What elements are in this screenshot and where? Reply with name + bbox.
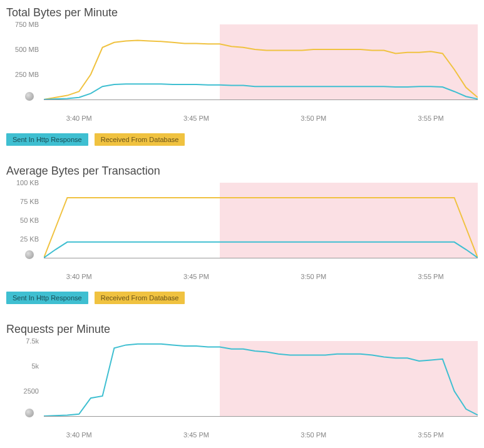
legend-item[interactable]: Received From Database: [95, 133, 185, 146]
y-tick: 500 MB: [15, 46, 39, 53]
plot-area[interactable]: [44, 341, 478, 417]
series-line: [44, 344, 478, 416]
plot-area-wrapper: [44, 24, 478, 112]
series-line: [44, 84, 478, 99]
chart-container: 750 MB500 MB250 MB: [6, 24, 478, 112]
x-tick: 3:40 PM: [66, 115, 92, 122]
x-tick: 3:40 PM: [66, 431, 92, 439]
chart-title: Requests per Minute: [6, 323, 478, 336]
x-tick: 3:45 PM: [183, 115, 209, 122]
chart-container: 100 KB75 KB50 KB25 KB: [6, 183, 478, 270]
y-tick: 75 KB: [20, 198, 39, 205]
chart-section-0: Total Bytes per Minute750 MB500 MB250 MB…: [6, 6, 478, 146]
legend-item[interactable]: Sent In Http Response: [6, 292, 88, 304]
y-tick: 250 MB: [15, 71, 39, 78]
plot-area[interactable]: [44, 24, 478, 100]
chart-container: 7.5k5k2500: [6, 341, 478, 429]
chart-lines: [44, 341, 478, 416]
y-tick: 7.5k: [26, 337, 39, 345]
x-tick: 3:45 PM: [183, 273, 209, 280]
origin-marker-icon: [25, 92, 34, 101]
y-tick: 100 KB: [16, 179, 39, 186]
x-tick: 3:50 PM: [301, 273, 326, 280]
chart-lines: [44, 183, 478, 258]
y-tick: 50 KB: [20, 216, 39, 224]
x-tick: 3:55 PM: [418, 431, 444, 439]
x-axis: 3:40 PM3:45 PM3:50 PM3:55 PM: [44, 429, 478, 441]
chart-title: Total Bytes per Minute: [6, 6, 478, 19]
x-tick: 3:55 PM: [418, 273, 444, 280]
y-axis: 100 KB75 KB50 KB25 KB: [6, 183, 44, 258]
origin-marker-icon: [25, 250, 34, 259]
legend: Sent In Http ResponseReceived From Datab…: [6, 133, 478, 146]
plot-area-wrapper: [44, 341, 478, 429]
legend: Sent In Http ResponseReceived From Datab…: [6, 292, 478, 304]
y-axis: 7.5k5k2500: [6, 341, 44, 416]
y-tick: 2500: [24, 387, 39, 395]
y-axis: 750 MB500 MB250 MB: [6, 24, 44, 99]
x-tick: 3:50 PM: [301, 115, 326, 122]
series-line: [44, 242, 478, 258]
legend-item[interactable]: Received From Database: [95, 292, 185, 304]
y-tick: 5k: [31, 362, 39, 370]
plot-area-wrapper: [44, 183, 478, 270]
series-line: [44, 41, 478, 99]
series-line: [44, 198, 478, 258]
x-tick: 3:40 PM: [66, 273, 92, 280]
x-tick: 3:55 PM: [418, 115, 444, 122]
y-tick: 25 KB: [20, 235, 39, 243]
legend-item[interactable]: Sent In Http Response: [6, 133, 88, 146]
chart-lines: [44, 24, 478, 99]
x-axis: 3:40 PM3:45 PM3:50 PM3:55 PM: [44, 270, 478, 283]
origin-marker-icon: [25, 409, 34, 417]
chart-title: Average Bytes per Transaction: [6, 165, 478, 178]
y-tick: 750 MB: [15, 21, 39, 28]
chart-section-1: Average Bytes per Transaction100 KB75 KB…: [6, 165, 478, 304]
plot-area[interactable]: [44, 183, 478, 258]
chart-section-2: Requests per Minute7.5k5k25003:40 PM3:45…: [6, 323, 478, 448]
x-tick: 3:45 PM: [183, 431, 209, 439]
x-axis: 3:40 PM3:45 PM3:50 PM3:55 PM: [44, 112, 478, 125]
x-tick: 3:50 PM: [301, 431, 326, 439]
